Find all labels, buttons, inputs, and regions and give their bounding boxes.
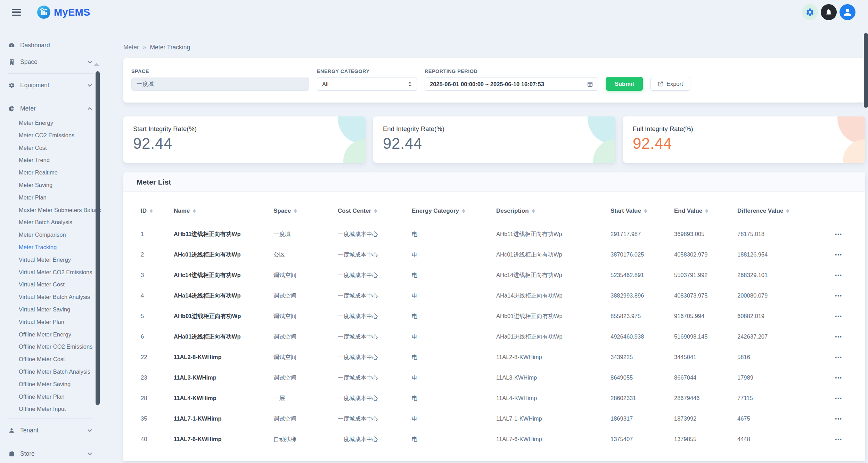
sidebar-item-meter-batch-analysis[interactable]: Meter Batch Analysis — [0, 216, 101, 229]
cell-end-value: 3445041 — [670, 354, 733, 360]
reporting-period-input[interactable]: 2025-06-01 00:00:00 ~ 2025-06-10 16:07:5… — [425, 78, 598, 91]
row-ellipsis-menu-icon[interactable]: ••• — [835, 416, 842, 422]
sidebar-item-offline-meter-input[interactable]: Offline Meter Input — [0, 403, 101, 415]
sidebar-scroll-up-arrow[interactable] — [94, 63, 99, 66]
sort-icon — [150, 209, 153, 213]
sidebar-item-offline-meter-saving[interactable]: Offline Meter Saving — [0, 378, 101, 391]
space-input[interactable] — [131, 78, 309, 91]
cell-cost-center: 一度城成本中心 — [334, 312, 408, 320]
column-header-start-value[interactable]: Start Value — [606, 208, 670, 214]
cell-name: 11AL7-6-KWHimp — [170, 436, 269, 442]
row-ellipsis-menu-icon[interactable]: ••• — [835, 355, 842, 360]
row-ellipsis-menu-icon[interactable]: ••• — [835, 396, 842, 401]
sidebar-item-offline-meter-batch-analysis[interactable]: Offline Meter Batch Analysis — [0, 366, 101, 378]
cell-name: AHc01进线柜正向有功Wp — [170, 251, 269, 259]
row-ellipsis-menu-icon[interactable]: ••• — [835, 273, 842, 278]
page-scrollbar[interactable] — [864, 33, 868, 108]
row-ellipsis-menu-icon[interactable]: ••• — [835, 293, 842, 299]
hamburger-menu-icon[interactable] — [12, 9, 21, 16]
gear-icon — [8, 82, 15, 89]
meter-list-card: Meter List ID Name Space Cost Center Ene… — [123, 172, 865, 461]
sidebar-scrollbar[interactable] — [96, 71, 100, 405]
cell-start-value: 3870176.025 — [606, 251, 670, 258]
cell-description: AHb11进线柜正向有功Wp — [492, 230, 606, 238]
row-ellipsis-menu-icon[interactable]: ••• — [835, 232, 842, 237]
breadcrumb-separator: » — [143, 44, 146, 51]
sidebar-item-meter-tracking[interactable]: Meter Tracking — [0, 241, 101, 254]
cell-space: 一度城 — [269, 230, 334, 238]
sidebar-item-meter-co2-emissions[interactable]: Meter CO2 Emissions — [0, 129, 101, 142]
row-ellipsis-menu-icon[interactable]: ••• — [835, 314, 842, 319]
sidebar-item-virtual-meter-batch-analysis[interactable]: Virtual Meter Batch Analysis — [0, 291, 101, 303]
cell-difference-value: 5816 — [733, 354, 817, 360]
sidebar-item-offline-meter-cost[interactable]: Offline Meter Cost — [0, 353, 101, 366]
sidebar-item-meter-cost[interactable]: Meter Cost — [0, 142, 101, 154]
sidebar-item-offline-meter-plan[interactable]: Offline Meter Plan — [0, 391, 101, 403]
export-button[interactable]: Export — [650, 77, 690, 91]
cell-energy-category: 电 — [408, 251, 492, 259]
column-header-id[interactable]: ID — [137, 208, 170, 214]
cell-end-value: 369893.005 — [670, 231, 733, 237]
column-header-end-value[interactable]: End Value — [670, 208, 733, 214]
sidebar-item-meter-comparison[interactable]: Meter Comparison — [0, 229, 101, 241]
table-row: 40 11AL7-6-KWHimp 自动扶梯 一度城成本中心 电 11AL7-6… — [137, 429, 852, 449]
stat-value: 92.44 — [383, 135, 606, 152]
sidebar-item-offline-meter-energy[interactable]: Offline Meter Energy — [0, 328, 101, 341]
table-row: 5 AHb01进线柜正向有功Wp 调试空间 一度城成本中心 电 AHb01进线柜… — [137, 306, 852, 326]
meter-list-header: Meter List — [123, 172, 865, 192]
energy-category-select[interactable]: All — [317, 78, 417, 91]
row-ellipsis-menu-icon[interactable]: ••• — [835, 334, 842, 340]
submit-button[interactable]: Submit — [606, 77, 643, 91]
cell-space: 调试空间 — [269, 415, 334, 423]
column-header-energy-category[interactable]: Energy Category — [408, 208, 492, 214]
integrity-stats: Start Integrity Rate(%) 92.44 End Integr… — [123, 116, 865, 163]
cell-difference-value: 242637.207 — [733, 333, 817, 340]
calendar-icon — [587, 81, 593, 87]
sort-icon — [532, 209, 535, 213]
chevron-down-icon — [87, 451, 92, 456]
cell-end-value: 5169098.145 — [670, 333, 733, 340]
cell-id: 35 — [137, 415, 170, 422]
sidebar-item-dashboard[interactable]: Dashboard — [0, 37, 101, 54]
cell-description: 11AL7-6-KWHimp — [492, 436, 606, 442]
sidebar-item-virtual-meter-plan[interactable]: Virtual Meter Plan — [0, 316, 101, 328]
column-header-name[interactable]: Name — [170, 208, 269, 214]
cell-name: AHb01进线柜正向有功Wp — [170, 312, 269, 320]
sidebar-item-meter-saving[interactable]: Meter Saving — [0, 179, 101, 192]
column-header-description[interactable]: Description — [492, 208, 606, 214]
energy-category-field: ENERGY CATEGORY All — [317, 68, 417, 91]
cell-energy-category: 电 — [408, 395, 492, 402]
brand-logo[interactable]: MyEMS — [37, 6, 90, 19]
row-ellipsis-menu-icon[interactable]: ••• — [835, 437, 842, 442]
sidebar-item-meter-energy[interactable]: Meter Energy — [0, 117, 101, 129]
column-header-difference-value[interactable]: Difference Value — [733, 208, 817, 214]
notifications-bell-button[interactable] — [821, 4, 837, 20]
user-avatar-button[interactable] — [840, 4, 855, 20]
sidebar-item-master-meter-submeters-balance[interactable]: Master Meter Submeters Balance — [0, 204, 101, 217]
sidebar-item-tenant[interactable]: Tenant — [0, 422, 101, 439]
sidebar-item-virtual-meter-saving[interactable]: Virtual Meter Saving — [0, 303, 101, 316]
sidebar-item-equipment[interactable]: Equipment — [0, 77, 101, 94]
sidebar-item-space[interactable]: Space — [0, 54, 101, 70]
sidebar-item-meter[interactable]: Meter — [0, 100, 101, 117]
sidebar-item-store[interactable]: Store — [0, 445, 101, 462]
breadcrumb-meter-link[interactable]: Meter — [123, 44, 139, 51]
settings-gear-button[interactable] — [802, 4, 818, 20]
row-ellipsis-menu-icon[interactable]: ••• — [835, 252, 842, 258]
sidebar-item-virtual-meter-co2-emissions[interactable]: Virtual Meter CO2 Emissions — [0, 266, 101, 279]
sidebar-item-offline-meter-co2-emissions[interactable]: Offline Meter CO2 Emissions — [0, 341, 101, 353]
cell-energy-category: 电 — [408, 312, 492, 320]
table-row: 2 AHc01进线柜正向有功Wp 公区 一度城成本中心 电 AHc01进线柜正向… — [137, 244, 852, 265]
energy-category-label: ENERGY CATEGORY — [317, 68, 417, 74]
sidebar-item-meter-trend[interactable]: Meter Trend — [0, 154, 101, 166]
cell-energy-category: 电 — [408, 230, 492, 238]
column-header-space[interactable]: Space — [269, 208, 334, 214]
sidebar-item-virtual-meter-energy[interactable]: Virtual Meter Energy — [0, 254, 101, 266]
row-ellipsis-menu-icon[interactable]: ••• — [835, 375, 842, 381]
column-header-actions — [817, 208, 852, 214]
sidebar-divider — [8, 73, 93, 74]
column-header-cost-center[interactable]: Cost Center — [334, 208, 408, 214]
sidebar-item-virtual-meter-cost[interactable]: Virtual Meter Cost — [0, 278, 101, 291]
sidebar-item-meter-realtime[interactable]: Meter Realtime — [0, 166, 101, 179]
sidebar-item-meter-plan[interactable]: Meter Plan — [0, 192, 101, 204]
